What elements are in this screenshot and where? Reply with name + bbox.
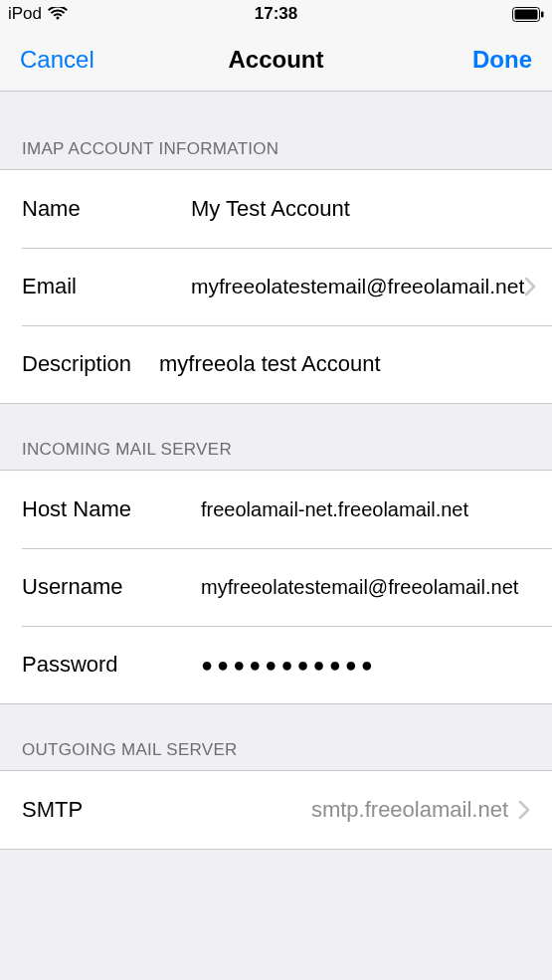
group-outgoing: SMTP smtp.freeolamail.net — [0, 770, 552, 850]
done-button[interactable]: Done — [472, 46, 532, 74]
input-hostname[interactable] — [201, 498, 530, 521]
input-description[interactable] — [159, 351, 530, 377]
label-description: Description — [22, 351, 131, 377]
row-description[interactable]: Description — [0, 325, 552, 403]
label-hostname: Host Name — [22, 496, 201, 522]
label-password: Password — [22, 652, 201, 678]
status-left: iPod — [8, 4, 68, 24]
row-username[interactable]: Username — [0, 548, 552, 626]
battery-icon — [512, 7, 544, 22]
status-right — [512, 7, 544, 22]
section-header-incoming: INCOMING MAIL SERVER — [0, 404, 552, 470]
group-imap: Name Email myfreeolatestemail@freeolamai… — [0, 169, 552, 404]
status-time: 17:38 — [255, 4, 297, 24]
row-hostname[interactable]: Host Name — [0, 471, 552, 548]
row-name[interactable]: Name — [0, 170, 552, 248]
value-smtp: smtp.freeolamail.net — [83, 797, 518, 823]
chevron-right-icon — [518, 800, 530, 820]
svg-rect-2 — [541, 11, 544, 17]
nav-bar: Cancel Account Done — [0, 28, 552, 92]
label-username: Username — [22, 574, 201, 600]
svg-rect-1 — [515, 9, 538, 19]
page-title: Account — [229, 46, 324, 74]
input-username[interactable] — [201, 576, 530, 599]
carrier-label: iPod — [8, 4, 42, 24]
wifi-icon — [48, 7, 68, 21]
section-header-outgoing: OUTGOING MAIL SERVER — [0, 704, 552, 770]
label-name: Name — [22, 196, 191, 222]
row-password[interactable]: Password ●●●●●●●●●●● — [0, 626, 552, 703]
chevron-right-icon — [524, 277, 536, 296]
row-smtp[interactable]: SMTP smtp.freeolamail.net — [0, 771, 552, 849]
row-email[interactable]: Email myfreeolatestemail@freeolamail.net — [0, 248, 552, 325]
input-name[interactable] — [191, 196, 530, 222]
input-password[interactable]: ●●●●●●●●●●● — [201, 654, 530, 677]
content-area[interactable]: IMAP ACCOUNT INFORMATION Name Email myfr… — [0, 92, 552, 980]
label-email: Email — [22, 274, 191, 299]
group-incoming: Host Name Username Password ●●●●●●●●●●● — [0, 470, 552, 704]
cancel-button[interactable]: Cancel — [20, 46, 94, 74]
value-email: myfreeolatestemail@freeolamail.net — [191, 275, 524, 298]
status-bar: iPod 17:38 — [0, 0, 552, 28]
section-header-imap: IMAP ACCOUNT INFORMATION — [0, 92, 552, 169]
label-smtp: SMTP — [22, 797, 83, 823]
